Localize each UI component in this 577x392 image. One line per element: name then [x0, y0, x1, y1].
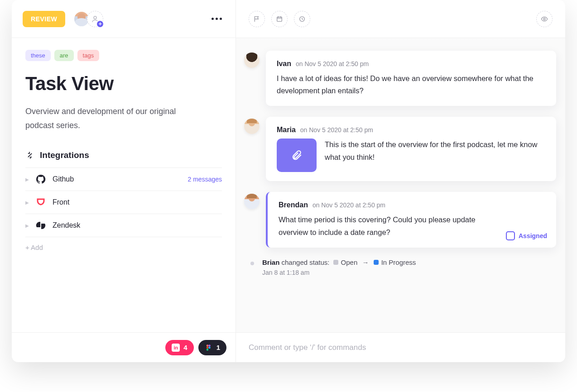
- svg-point-4: [208, 346, 211, 349]
- integration-meta: 2 messages: [188, 176, 222, 183]
- left-footer: in 4 1: [12, 332, 236, 362]
- tag[interactable]: are: [54, 50, 74, 61]
- comment-author: Maria: [277, 126, 296, 134]
- tag[interactable]: tags: [77, 50, 100, 61]
- pill-count: 4: [183, 344, 187, 351]
- time-button[interactable]: [294, 11, 310, 27]
- flag-button[interactable]: [249, 11, 265, 27]
- calendar-icon: [276, 15, 283, 23]
- right-header: [236, 0, 565, 38]
- zendesk-icon: [35, 220, 46, 231]
- status-to: In Progress: [374, 258, 416, 266]
- attachment-thumbnail[interactable]: [277, 139, 317, 172]
- comment-text: This is the start of the overview for th…: [325, 139, 545, 163]
- chevron-right-icon: ▶: [25, 200, 29, 205]
- arrow-right-icon: →: [362, 258, 369, 266]
- left-body: these are tags Task View Overview and de…: [12, 38, 236, 332]
- activity-entry: Brian changed status: Open → In Progress…: [250, 258, 556, 276]
- integrations-title: Integrations: [40, 150, 89, 160]
- attachments-pill-figma[interactable]: 1: [198, 340, 226, 355]
- comment-timestamp: on Nov 5 2020 at 2:50 pm: [313, 201, 385, 209]
- svg-point-3: [206, 346, 208, 349]
- comment-avatar[interactable]: [244, 53, 260, 68]
- eye-icon: [541, 15, 548, 23]
- task-title: Task View: [25, 73, 222, 95]
- attachments-pill-invision[interactable]: in 4: [165, 340, 193, 355]
- activity-actor: Brian: [262, 258, 279, 266]
- figma-icon: [205, 344, 213, 352]
- add-integration-button[interactable]: + Add: [25, 237, 222, 258]
- integration-name: Zendesk: [53, 221, 80, 229]
- chevron-right-icon: ▶: [25, 223, 29, 228]
- paperclip-icon: [291, 149, 303, 161]
- comment-bubble: Brendan on Nov 5 2020 at 2:50 pm What ti…: [266, 192, 556, 247]
- integrations-heading: Integrations: [25, 150, 222, 167]
- task-description: Overview and development of our original…: [25, 105, 179, 132]
- integrations-icon: [25, 151, 34, 160]
- status-from: Open: [333, 258, 358, 266]
- activity-line: Brian changed status: Open → In Progress: [262, 258, 418, 266]
- comment-text: I have a lot of ideas for this! Do we ha…: [277, 72, 545, 97]
- date-button[interactable]: [271, 11, 288, 27]
- comment-input[interactable]: [249, 343, 553, 352]
- svg-rect-6: [277, 17, 282, 21]
- compose-bar: [236, 332, 565, 362]
- right-panel: Ivan on Nov 5 2020 at 2:50 pm I have a l…: [236, 0, 565, 362]
- tag-list: these are tags: [25, 50, 222, 61]
- comment-avatar[interactable]: [244, 194, 260, 209]
- activity-time: Jan 8 at 1:18 am: [262, 269, 418, 276]
- comment-author: Brendan: [279, 201, 308, 209]
- chevron-right-icon: ▶: [25, 177, 29, 182]
- tag[interactable]: these: [25, 50, 51, 61]
- svg-point-8: [543, 18, 545, 20]
- clock-icon: [298, 15, 306, 23]
- svg-point-0: [94, 16, 96, 19]
- integration-name: Front: [53, 198, 69, 206]
- comment-feed: Ivan on Nov 5 2020 at 2:50 pm I have a l…: [236, 38, 565, 332]
- comment-timestamp: on Nov 5 2020 at 2:50 pm: [296, 60, 369, 67]
- left-header: REVIEW +: [12, 0, 236, 38]
- comment: Maria on Nov 5 2020 at 2:50 pm This is t…: [244, 117, 556, 181]
- activity-dot-icon: [250, 262, 254, 265]
- integration-row-front[interactable]: ▶ Front: [25, 191, 222, 214]
- comment-author: Ivan: [277, 60, 291, 68]
- watch-button[interactable]: [536, 11, 553, 27]
- more-menu-button[interactable]: [209, 15, 225, 23]
- comment: Brendan on Nov 5 2020 at 2:50 pm What ti…: [244, 192, 556, 247]
- activity-verb: changed status:: [282, 258, 330, 266]
- svg-point-2: [208, 344, 211, 347]
- integration-row-zendesk[interactable]: ▶ Zendesk: [25, 214, 222, 237]
- svg-point-1: [206, 344, 208, 347]
- github-icon: [35, 174, 46, 185]
- integration-name: Github: [53, 175, 74, 183]
- task-view-app: REVIEW + these are tags Task View Overvi…: [12, 0, 565, 362]
- comment-bubble: Ivan on Nov 5 2020 at 2:50 pm I have a l…: [266, 51, 556, 106]
- front-icon: [35, 197, 46, 208]
- assigned-badge[interactable]: Assigned: [506, 231, 547, 240]
- add-assignee-button[interactable]: +: [87, 11, 103, 27]
- plus-icon: +: [96, 20, 104, 28]
- flag-icon: [253, 15, 260, 23]
- assigned-label: Assigned: [519, 232, 547, 239]
- comment-avatar[interactable]: [244, 119, 260, 134]
- invision-icon: in: [172, 344, 180, 352]
- pill-count: 1: [216, 344, 220, 351]
- comment-text: What time period is this covering? Could…: [279, 214, 545, 238]
- integration-row-github[interactable]: ▶ Github 2 messages: [25, 167, 222, 191]
- comment-bubble: Maria on Nov 5 2020 at 2:50 pm This is t…: [266, 117, 556, 181]
- left-panel: REVIEW + these are tags Task View Overvi…: [12, 0, 236, 362]
- comment: Ivan on Nov 5 2020 at 2:50 pm I have a l…: [244, 51, 556, 106]
- svg-point-5: [206, 349, 208, 351]
- checkbox-icon: [506, 231, 515, 240]
- assignee-avatars: +: [73, 11, 103, 27]
- status-chip[interactable]: REVIEW: [23, 11, 65, 27]
- comment-timestamp: on Nov 5 2020 at 2:50 pm: [300, 126, 373, 134]
